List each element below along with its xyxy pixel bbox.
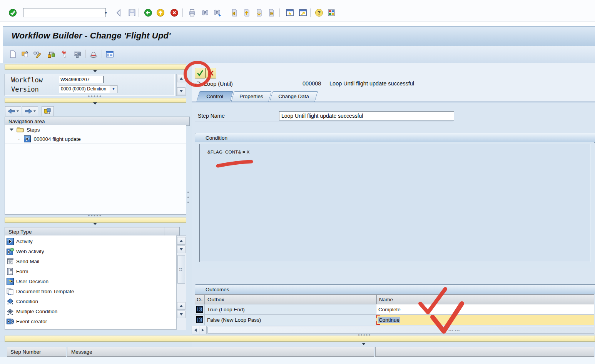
help-icon[interactable]: ? (314, 8, 324, 18)
step-type-user-decision[interactable]: ? User Decision (5, 276, 176, 286)
first-page-icon[interactable] (229, 8, 239, 18)
step-type-event-creator[interactable]: Event creator (5, 316, 176, 326)
splitter-handle-2[interactable]: ●●●●● (88, 215, 102, 216)
copy-workflow-icon[interactable] (20, 49, 30, 59)
back-circle-icon[interactable] (143, 8, 153, 18)
hierarchy-icon[interactable] (46, 49, 56, 59)
test-icon[interactable] (59, 49, 69, 59)
display-change-icon[interactable] (32, 49, 42, 59)
find-next-icon[interactable] (212, 8, 222, 18)
tab-control[interactable]: Control (196, 91, 233, 102)
scroll-left-icon[interactable] (192, 326, 199, 334)
workflow-tray-scrollbar[interactable] (176, 74, 186, 96)
condition-group-header: Condition (195, 133, 595, 143)
tray-collapse-icon-3[interactable] (93, 223, 97, 225)
outcome-icon (196, 316, 203, 323)
cancel-button[interactable] (206, 68, 216, 78)
column-label: Step Number (10, 349, 41, 355)
tray-collapse-icon-2[interactable] (93, 102, 97, 105)
workflow-id-field[interactable] (59, 76, 104, 83)
application-toolbar (3, 46, 595, 63)
outcomes-header-label: Outcomes (206, 287, 229, 292)
create-icon[interactable] (8, 49, 18, 59)
find-icon[interactable] (200, 8, 210, 18)
scroll-up-icon-2[interactable] (177, 302, 186, 310)
tab-label: Change Data (271, 92, 316, 102)
outcomes-col-outbox[interactable]: Outbox (205, 294, 376, 304)
step-type-condition[interactable]: Condition (5, 296, 176, 306)
enter-icon[interactable] (8, 8, 18, 18)
nav-forward-button[interactable] (22, 106, 38, 116)
tray-collapse-icon[interactable] (93, 70, 97, 72)
scroll-down-icon[interactable] (177, 87, 186, 95)
create-shortcut-icon[interactable] (298, 8, 308, 18)
outcome-row-icon-cell[interactable] (195, 304, 205, 315)
loop-icon (194, 81, 201, 87)
cell-selection-corner (376, 321, 380, 325)
scroll-right-icon[interactable] (199, 326, 207, 334)
outcome-outbox-cell[interactable]: True (Loop End) (205, 304, 376, 315)
scrollbar-thumb[interactable]: ●● ●● (177, 255, 185, 284)
step-type-document-from-template[interactable]: Document from Template (5, 286, 176, 296)
workflow-structure-button[interactable] (42, 106, 54, 116)
event-creator-icon (7, 318, 14, 325)
collapsed-tray-bottom[interactable] (5, 336, 595, 342)
step-name-input[interactable] (279, 111, 454, 120)
exit-circle-icon[interactable] (155, 8, 165, 18)
scroll-up-icon[interactable] (177, 237, 186, 245)
step-type-web-activity[interactable]: Web activity (5, 246, 176, 256)
multiple-condition-icon (7, 308, 14, 315)
scroll-up-icon[interactable] (177, 75, 186, 82)
scroll-down-icon[interactable] (177, 245, 186, 253)
step-type-send-mail[interactable]: Send Mail (5, 256, 176, 266)
customize-layout-icon[interactable] (326, 8, 336, 18)
version-select[interactable]: 0000 (0000) Definition ▼ (59, 85, 117, 93)
tree-node-steps[interactable]: Steps (5, 125, 186, 135)
condition-display[interactable]: &FLAG_CONT& = X (199, 144, 590, 262)
outcome-outbox-cell[interactable]: False (New Loop Pass) (205, 315, 376, 325)
outcome-name-cell[interactable]: Complete (376, 304, 594, 315)
generate-icon[interactable] (89, 49, 99, 59)
collapsed-tray-3[interactable] (5, 217, 186, 223)
step-type-multiple-condition[interactable]: Multiple Condition (5, 306, 176, 316)
nav-back-button[interactable] (5, 106, 21, 116)
tab-properties[interactable]: Properties (231, 91, 272, 102)
step-type-form[interactable]: Form (5, 266, 176, 276)
next-page-icon[interactable] (254, 8, 264, 18)
outcomes-group-header: Outcomes (195, 284, 595, 294)
message-panel-collapse-icon[interactable] (362, 343, 366, 345)
new-session-icon[interactable] (285, 8, 295, 18)
workflow-toolbox-icon[interactable] (72, 49, 82, 59)
splitter-handle[interactable]: ●●●●● (88, 95, 102, 97)
tab-label: Control (198, 92, 231, 102)
confirm-button[interactable] (195, 68, 206, 78)
collapsed-tray-top[interactable] (5, 64, 186, 70)
save-icon[interactable] (127, 8, 137, 18)
outcomes-hscrollbar[interactable]: ●●● ●●● (207, 326, 595, 334)
outcome-icon (196, 306, 203, 313)
step-number: 000008 (303, 80, 321, 87)
vertical-splitter-grip[interactable] (187, 192, 189, 203)
outcomes-col-name[interactable]: Name (376, 294, 594, 304)
step-type-scrollbar[interactable]: ●● ●● (176, 235, 186, 330)
outcomes-col-o[interactable]: O.. (195, 294, 205, 304)
scroll-down-icon-2[interactable] (177, 311, 186, 318)
back-icon[interactable] (114, 8, 124, 18)
version-value: 0000 (0000) Definition (61, 86, 106, 92)
tree-node-flight-update[interactable]: · 000004 flight update (5, 134, 186, 144)
hscrollbar-thumb[interactable]: ●●● ●●● (207, 327, 594, 334)
cancel-circle-icon[interactable] (169, 8, 179, 18)
tab-change-data[interactable]: Change Data (269, 91, 318, 102)
step-type-activity[interactable]: Activity (5, 236, 176, 246)
last-page-icon[interactable] (266, 8, 276, 18)
outcome-name-cell-editing[interactable]: Continue (376, 315, 594, 325)
command-field[interactable] (23, 8, 106, 17)
print-icon[interactable] (187, 8, 197, 18)
version-dropdown-icon[interactable]: ▼ (110, 85, 117, 93)
step-type-line: Loop (Until) (194, 80, 233, 88)
previous-page-icon[interactable] (242, 8, 252, 18)
table-view-icon[interactable] (105, 49, 115, 59)
tab-label: Properties (233, 92, 270, 102)
outcome-row-icon-cell[interactable] (195, 315, 205, 325)
command-dropdown-icon[interactable]: ▼ (102, 8, 109, 17)
